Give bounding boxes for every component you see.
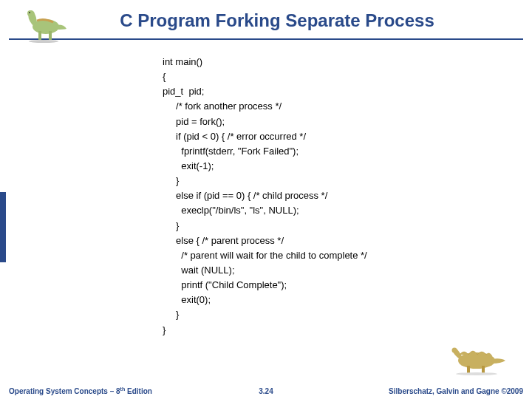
book-title-suffix: Edition xyxy=(125,387,152,395)
copyright-text: Silberschatz, Galvin and Gagne ©2009 xyxy=(389,387,523,395)
slide-footer: Operating System Concepts – 8th Edition … xyxy=(0,383,532,399)
sidebar-accent xyxy=(0,192,6,262)
slide-title: C Program Forking Separate Process xyxy=(22,10,532,31)
slide-number: 3.24 xyxy=(259,387,273,395)
svg-rect-8 xyxy=(467,366,470,373)
title-underline xyxy=(9,38,523,40)
footer-left: Operating System Concepts – 8th Edition xyxy=(9,386,152,395)
svg-point-7 xyxy=(452,348,457,353)
svg-rect-4 xyxy=(49,31,52,40)
slide-header: C Program Forking Separate Process xyxy=(0,0,532,40)
svg-rect-3 xyxy=(38,31,41,40)
dinosaur-top-icon xyxy=(18,3,69,44)
svg-point-2 xyxy=(29,12,30,13)
dinosaur-bottom-icon xyxy=(443,338,510,375)
slide-content: int main() { pid_t pid; /* fork another … xyxy=(0,40,532,338)
svg-point-1 xyxy=(27,10,33,16)
svg-rect-9 xyxy=(482,366,485,373)
book-title-prefix: Operating System Concepts – 8 xyxy=(9,387,120,395)
code-listing: int main() { pid_t pid; /* fork another … xyxy=(163,55,532,338)
svg-point-10 xyxy=(456,372,497,375)
svg-point-5 xyxy=(29,40,58,43)
